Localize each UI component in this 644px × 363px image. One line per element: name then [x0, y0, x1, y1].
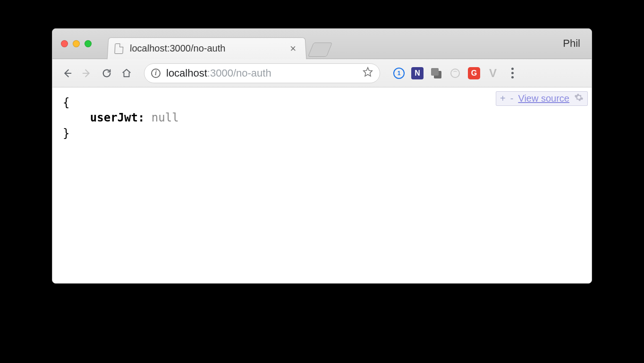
bookmark-star-icon[interactable]: [363, 67, 373, 80]
svg-marker-2: [364, 67, 372, 76]
swirl-extension-icon[interactable]: [449, 67, 461, 79]
minimize-window-button[interactable]: [73, 40, 80, 47]
vue-extension-icon[interactable]: V: [487, 67, 499, 79]
url-text: localhost:3000/no-auth: [166, 67, 271, 79]
page-icon: [114, 43, 123, 53]
maximize-window-button[interactable]: [85, 40, 92, 47]
onepassword-extension-icon[interactable]: 1: [393, 68, 405, 79]
back-button[interactable]: [61, 67, 73, 79]
window-controls: [61, 40, 92, 47]
url-path: :3000/no-auth: [207, 67, 271, 79]
expand-all-button[interactable]: +: [500, 93, 506, 104]
address-bar[interactable]: i localhost:3000/no-auth: [144, 63, 380, 83]
view-source-link[interactable]: View source: [518, 93, 569, 104]
home-button[interactable]: [120, 67, 133, 79]
page-content: + - View source { userJwt: null }: [52, 87, 592, 283]
json-viewer-toolbar: + - View source: [496, 91, 588, 106]
browser-tab[interactable]: localhost:3000/no-auth ×: [107, 37, 307, 59]
browser-window: localhost:3000/no-auth × Phil i localhos…: [52, 28, 592, 284]
tab-title: localhost:3000/no-auth: [129, 43, 225, 54]
close-tab-button[interactable]: ×: [287, 43, 299, 53]
json-open-brace: {: [63, 96, 69, 109]
close-window-button[interactable]: [61, 40, 68, 47]
json-value: null: [152, 111, 179, 124]
profile-name[interactable]: Phil: [563, 37, 580, 50]
json-close-brace: }: [63, 127, 69, 140]
toolbar: i localhost:3000/no-auth 1 N G V: [52, 59, 592, 87]
tab-strip: localhost:3000/no-auth × Phil: [52, 29, 592, 59]
site-info-icon[interactable]: i: [151, 69, 161, 78]
browser-menu-button[interactable]: [508, 68, 517, 78]
extensions-row: 1 N G V: [393, 67, 517, 79]
grammarly-extension-icon[interactable]: G: [468, 67, 480, 79]
collapse-all-button[interactable]: -: [510, 93, 514, 104]
json-key: userJwt: [90, 111, 138, 124]
url-host: localhost: [166, 67, 207, 79]
forward-button[interactable]: [81, 67, 93, 79]
gear-icon[interactable]: [574, 93, 584, 104]
new-tab-button[interactable]: [308, 43, 332, 57]
copy-extension-icon[interactable]: [430, 67, 442, 79]
n-extension-icon[interactable]: N: [411, 67, 424, 79]
svg-point-3: [451, 69, 459, 78]
json-colon: :: [138, 111, 144, 124]
reload-button[interactable]: [101, 67, 113, 79]
